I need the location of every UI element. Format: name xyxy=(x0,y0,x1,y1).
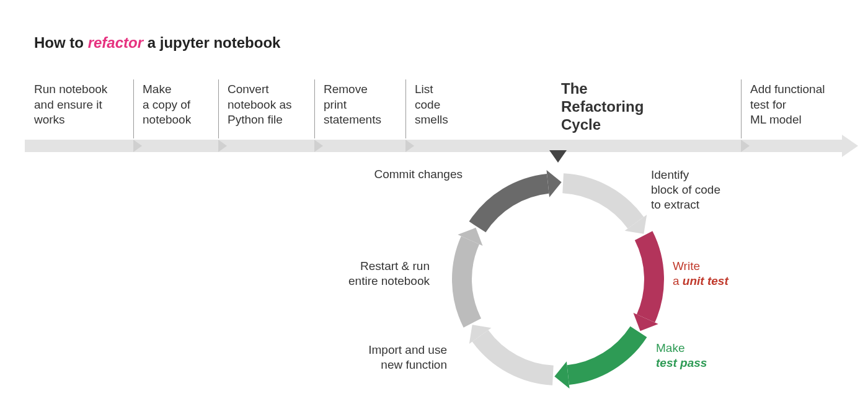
step-line: test for xyxy=(750,98,786,111)
step-line: notebook as xyxy=(228,98,292,111)
step-line: a copy of xyxy=(143,98,190,111)
step-divider xyxy=(218,79,219,138)
label-line: Restart & run xyxy=(360,259,430,272)
step-chevron-icon xyxy=(741,140,750,152)
cycle-label-import: Import and use new function xyxy=(357,343,447,372)
step-line: Run notebook xyxy=(34,83,107,96)
cycle-label-write-test: Write a unit test xyxy=(673,259,728,289)
cycle-arc xyxy=(644,236,654,318)
cycle-title-line: The xyxy=(561,80,588,97)
step-line: smells xyxy=(415,113,448,126)
cycle-title-line: Refactoring xyxy=(561,98,644,115)
label-line: Import and use xyxy=(368,343,447,356)
step-make-copy: Make a copy of notebook xyxy=(143,82,191,128)
diagram-title: How to refactor a jupyter notebook xyxy=(34,34,280,52)
label-line-em: test pass xyxy=(656,356,707,369)
step-line: notebook xyxy=(143,113,191,126)
step-line: Make xyxy=(143,83,171,96)
label-line: entire notebook xyxy=(348,274,430,287)
step-line: Add functional xyxy=(750,83,825,96)
cycle-label-make-pass: Make test pass xyxy=(656,341,707,371)
step-divider xyxy=(741,79,742,138)
step-line: Convert xyxy=(228,83,269,96)
step-line: Python file xyxy=(228,113,283,126)
step-chevron-icon xyxy=(405,140,414,152)
step-line: statements xyxy=(324,113,381,126)
label-line: Make xyxy=(656,341,684,354)
step-line: and ensure it xyxy=(34,98,102,111)
cycle-title: The Refactoring Cycle xyxy=(561,80,644,133)
cycle-title-line: Cycle xyxy=(561,116,601,133)
step-divider xyxy=(405,79,406,138)
timeline-arrowhead-icon xyxy=(842,135,858,157)
step-chevron-icon xyxy=(314,140,323,152)
step-divider xyxy=(133,79,134,138)
title-prefix: How to xyxy=(34,34,88,51)
step-line: ML model xyxy=(750,113,802,126)
step-list-smells: List code smells xyxy=(415,82,448,128)
cycle-label-commit: Commit changes xyxy=(363,167,463,182)
cycle-arc xyxy=(462,240,472,323)
label-line: Commit changes xyxy=(374,168,463,181)
label-line-em: unit test xyxy=(683,274,728,287)
step-add-functional-test: Add functional test for ML model xyxy=(750,82,825,128)
cycle-arc xyxy=(563,183,636,223)
label-line: new function xyxy=(381,358,447,371)
step-convert-python: Convert notebook as Python file xyxy=(228,82,292,128)
label-line: to extract xyxy=(651,198,699,211)
step-line: Remove xyxy=(324,83,368,96)
cycle-label-restart: Restart & run entire notebook xyxy=(340,259,430,289)
step-line: print xyxy=(324,98,347,111)
step-line: code xyxy=(415,98,440,111)
cycle-arc xyxy=(568,331,639,375)
cycle-label-identify: Identify block of code to extract xyxy=(651,168,720,212)
step-line: List xyxy=(415,83,433,96)
step-divider xyxy=(314,79,315,138)
refactoring-cycle-diagram xyxy=(428,149,688,410)
cycle-arc xyxy=(477,184,548,227)
label-line: block of code xyxy=(651,183,720,196)
label-line: Write xyxy=(673,259,700,272)
step-run-notebook: Run notebook and ensure it works xyxy=(34,82,107,128)
title-suffix: a jupyter notebook xyxy=(143,34,280,51)
label-line: a xyxy=(673,274,683,287)
step-chevron-icon xyxy=(218,140,227,152)
label-line: Identify xyxy=(651,168,689,181)
step-chevron-icon xyxy=(133,140,142,152)
cycle-arc xyxy=(480,336,553,376)
title-highlight: refactor xyxy=(88,34,143,51)
step-line: works xyxy=(34,113,65,126)
step-remove-print: Remove print statements xyxy=(324,82,381,128)
